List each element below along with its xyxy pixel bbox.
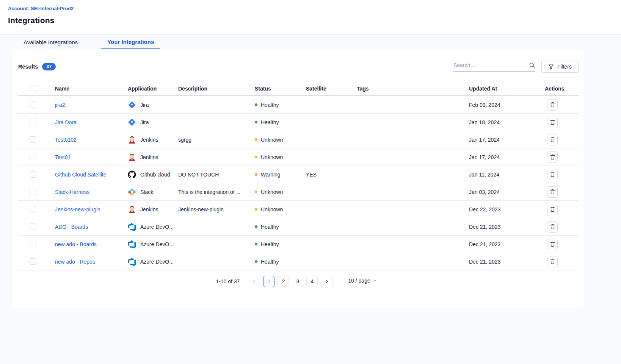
status-label: Healthy xyxy=(261,259,279,265)
table-row: jira2 Jira Healthy Feb 09, 2024 xyxy=(18,96,579,114)
delete-button[interactable] xyxy=(547,239,558,250)
row-checkbox[interactable] xyxy=(30,206,36,212)
status-dot xyxy=(255,121,257,123)
row-checkbox[interactable] xyxy=(30,119,36,125)
page-size-select[interactable]: 10 / page xyxy=(344,276,380,287)
table-row: Github Cloud Satellite Github cloud DO N… xyxy=(18,166,579,183)
updated-at-cell: Dec 21, 2023 xyxy=(469,259,545,265)
chevron-down-icon xyxy=(373,279,377,283)
status-dot xyxy=(255,208,257,211)
column-header-actions: Actions xyxy=(545,86,579,92)
row-checkbox[interactable] xyxy=(30,102,36,108)
pagination-page-4[interactable]: 4 xyxy=(306,276,318,287)
application-label: Azure DevO... xyxy=(140,224,174,230)
delete-button[interactable] xyxy=(547,117,558,128)
row-checkbox[interactable] xyxy=(30,171,36,178)
application-label: Github cloud xyxy=(140,172,170,178)
filters-button[interactable]: Filters xyxy=(541,61,579,73)
search-input[interactable] xyxy=(453,62,529,69)
delete-button[interactable] xyxy=(547,169,558,180)
pagination-page-3[interactable]: 3 xyxy=(292,276,303,287)
integration-name-link[interactable]: Slack-Harness xyxy=(55,189,89,195)
updated-at-cell: Dec 21, 2023 xyxy=(469,241,545,247)
application-label: Azure DevO... xyxy=(140,259,174,265)
integration-name-link[interactable]: Github Cloud Satellite xyxy=(55,172,106,178)
status-label: Unknown xyxy=(261,189,283,195)
row-checkbox[interactable] xyxy=(30,154,36,160)
application-label: Jenkins xyxy=(140,206,158,212)
account-link[interactable]: Account: SEI-Internal-Prod2 xyxy=(8,6,74,11)
status-dot xyxy=(255,225,257,228)
select-all-checkbox[interactable] xyxy=(30,86,36,92)
application-label: Slack xyxy=(140,189,153,195)
row-checkbox[interactable] xyxy=(30,189,36,195)
updated-at-cell: Jan 18, 2024 xyxy=(469,119,545,125)
pagination-prev-button[interactable] xyxy=(248,276,260,287)
integration-name-link[interactable]: Test01 xyxy=(55,154,71,160)
status-label: Unknown xyxy=(261,206,283,212)
pagination-page-2[interactable]: 2 xyxy=(278,276,289,287)
status-label: Healthy xyxy=(261,241,279,247)
row-checkbox[interactable] xyxy=(30,223,36,230)
integration-name-link[interactable]: ADO - Boards xyxy=(55,224,88,230)
status-label: Healthy xyxy=(261,224,279,230)
application-label: Jenkins xyxy=(140,137,158,143)
status-dot xyxy=(255,260,257,263)
application-label: Jira xyxy=(140,119,149,125)
integration-name-link[interactable]: jira2 xyxy=(55,102,65,108)
updated-at-cell: Feb 09, 2024 xyxy=(469,102,545,108)
filter-funnel-icon xyxy=(548,64,554,70)
status-dot xyxy=(255,138,257,141)
description-cell: This is the integration of ... xyxy=(178,189,255,195)
application-icon xyxy=(128,205,136,214)
status-dot xyxy=(255,243,257,245)
table-row: Jira Dora Jira Healthy Jan 18, 2024 xyxy=(18,114,579,131)
delete-button[interactable] xyxy=(547,186,558,198)
delete-button[interactable] xyxy=(547,99,558,111)
delete-button[interactable] xyxy=(547,204,558,215)
table-row: new ado - Boards Azure DevO... Healthy D… xyxy=(18,236,579,253)
row-checkbox[interactable] xyxy=(30,258,36,265)
description-cell: Jenkins-new-plugin xyxy=(178,206,255,212)
delete-button[interactable] xyxy=(547,221,558,233)
content-card: Results 37 Filters Name Application Des xyxy=(13,49,584,308)
filters-button-label: Filters xyxy=(557,64,572,70)
table-header-row: Name Application Description Status Sate… xyxy=(18,82,579,96)
tab-available-integrations[interactable]: Available Integrations xyxy=(17,35,84,49)
status-dot xyxy=(255,103,257,106)
integration-name-link[interactable]: Jira Dora xyxy=(55,119,77,125)
satellite-cell: YES xyxy=(306,172,357,178)
trash-icon xyxy=(550,241,555,247)
pagination-next-button[interactable] xyxy=(321,276,333,287)
results-summary: Results 37 xyxy=(18,63,56,71)
trash-icon xyxy=(550,102,555,108)
integration-name-link[interactable]: Test0102 xyxy=(55,137,77,143)
integration-name-link[interactable]: new ado - Boards xyxy=(55,241,97,247)
status-dot xyxy=(255,156,257,158)
application-icon xyxy=(128,240,136,248)
tab-your-integrations[interactable]: Your Integrations xyxy=(101,35,160,49)
application-icon xyxy=(128,118,136,127)
results-count-badge: 37 xyxy=(42,63,56,71)
search-icon[interactable] xyxy=(529,62,535,69)
delete-button[interactable] xyxy=(547,152,558,163)
table-row: Jenkins-new-plugin Jenkins Jenkins-new-p… xyxy=(18,201,579,218)
delete-button[interactable] xyxy=(547,256,558,267)
description-cell: sgrgg xyxy=(178,137,255,143)
trash-icon xyxy=(550,224,555,230)
pagination-page-1[interactable]: 1 xyxy=(263,276,274,287)
integration-name-link[interactable]: Jenkins-new-plugin xyxy=(55,206,100,212)
search-box xyxy=(453,62,535,72)
status-label: Healthy xyxy=(261,119,279,125)
integration-name-link[interactable]: new ado - Repos xyxy=(55,259,95,265)
column-header-description: Description xyxy=(178,86,255,92)
delete-button[interactable] xyxy=(547,134,558,145)
application-icon xyxy=(128,170,136,179)
page-size-label: 10 / page xyxy=(348,278,370,284)
updated-at-cell: Dec 22, 2023 xyxy=(469,206,545,212)
row-checkbox[interactable] xyxy=(30,136,36,143)
application-icon xyxy=(128,101,136,109)
row-checkbox[interactable] xyxy=(30,241,36,247)
application-icon xyxy=(128,258,136,266)
trash-icon xyxy=(550,172,555,177)
